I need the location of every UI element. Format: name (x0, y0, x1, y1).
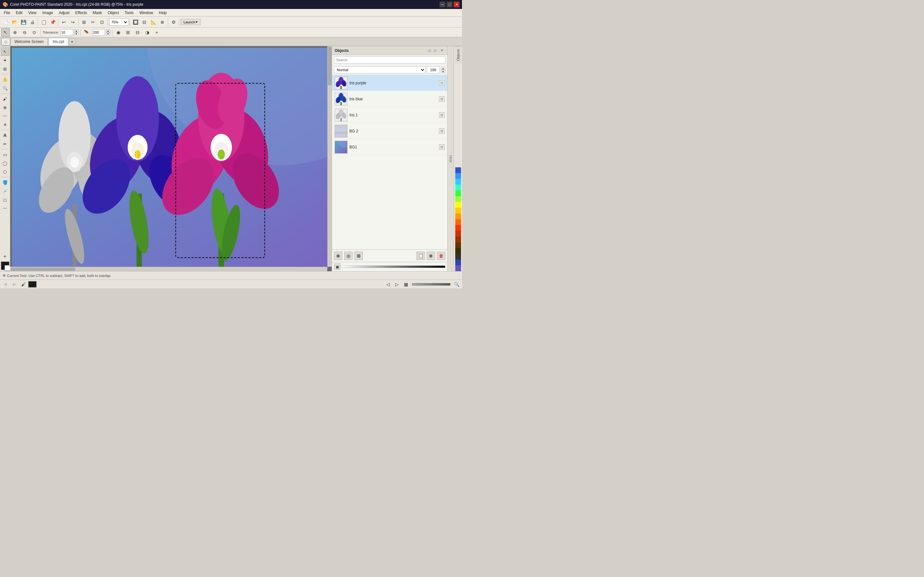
menu-image[interactable]: Image (40, 10, 55, 16)
invert-select-btn[interactable]: ◑ (143, 28, 152, 37)
menu-mask[interactable]: Mask (90, 10, 105, 16)
color-swatch-dark-brown[interactable] (455, 242, 461, 248)
canvas-area[interactable] (10, 46, 332, 271)
tool-mode-subtract[interactable]: ⊖ (21, 28, 29, 37)
tool-clone[interactable]: ⊕ (1, 103, 9, 111)
anti-alias-btn[interactable]: ◉ (114, 28, 123, 37)
paste-button[interactable]: 📌 (48, 18, 57, 26)
remove-mask-button[interactable]: ⊗ (158, 18, 166, 26)
tool-eraser[interactable]: ◻ (1, 195, 9, 204)
panel-expand-button[interactable]: ◁ (426, 48, 432, 53)
add-crosshair-btn[interactable]: + (153, 28, 161, 37)
menu-effects[interactable]: Effects (73, 10, 89, 16)
objects-tab-button[interactable]: Objects (455, 46, 461, 63)
brush-btn[interactable]: 🖌 (19, 280, 27, 288)
color-swatch-green[interactable] (455, 190, 461, 196)
opacity-slider-track[interactable] (342, 266, 445, 268)
object-visibility-iris-blue[interactable]: □ (439, 96, 445, 102)
launch-button[interactable]: Launch ▾ (181, 19, 200, 25)
transform-button[interactable]: ⊞ (80, 18, 88, 26)
new-object-button[interactable]: ⊕ (427, 251, 435, 260)
mask-border-button[interactable]: 📐 (149, 18, 158, 26)
opacity-down-button[interactable]: ▼ (441, 70, 445, 73)
select-none-btn[interactable]: ⊟ (134, 28, 142, 37)
color-swatch-gold[interactable] (455, 208, 461, 213)
back-button[interactable]: ⌂ (1, 38, 10, 45)
color-preview[interactable] (28, 281, 37, 287)
tool-text[interactable]: A (1, 131, 9, 139)
menu-window[interactable]: Window (137, 10, 156, 16)
mask-marquee-button[interactable]: ⊟ (140, 18, 149, 26)
color-swatch-cyan[interactable] (455, 179, 461, 185)
object-visibility-iris-purple[interactable]: □ (439, 80, 445, 86)
tolerance-input[interactable] (60, 29, 73, 35)
bottom-scale-bar[interactable] (412, 283, 451, 285)
close-button[interactable]: ✕ (454, 2, 459, 7)
menu-tools[interactable]: Tools (122, 10, 136, 16)
save-button[interactable]: 💾 (19, 18, 27, 26)
new-tab-button[interactable]: + (69, 39, 75, 45)
canvas-scrollbar-vertical[interactable] (327, 46, 332, 267)
tool-fill[interactable]: 🪣 (1, 178, 9, 187)
color-swatch-yellow[interactable] (455, 202, 461, 208)
foreground-color[interactable] (1, 261, 9, 270)
zoom-select[interactable]: 75% 50% 100% 150% (109, 19, 128, 26)
blend-mode-select[interactable]: Normal Multiply Screen Overlay (334, 66, 425, 73)
tool-smear[interactable]: 〰 (1, 204, 9, 213)
create-object-from-mask-button[interactable]: ⊕ (334, 251, 342, 260)
copy-button[interactable]: 📋 (39, 18, 48, 26)
scroll-thumb-vertical[interactable] (328, 47, 332, 85)
tool-zoom[interactable]: 🔍 (1, 84, 9, 92)
undo-button[interactable]: ↩ (60, 18, 68, 26)
color-swatch-blue[interactable] (455, 167, 461, 173)
redo-button[interactable]: ↪ (69, 18, 77, 26)
color-swatch-red-orange[interactable] (455, 225, 461, 231)
tool-eyedropper[interactable]: 💉 (1, 187, 9, 195)
tool-pen[interactable]: ✏ (1, 140, 9, 148)
color-swatch-dark-gray[interactable] (455, 254, 461, 259)
mask-overlay-button[interactable]: 🔲 (131, 18, 140, 26)
tool-paint[interactable]: 🖌 (1, 95, 9, 103)
color-swatch-lime[interactable] (455, 196, 461, 202)
color-swatch-brown[interactable] (455, 237, 461, 242)
object-item-iris-blue[interactable]: Iris blue □ (332, 91, 447, 107)
color-swatch-dark-orange[interactable] (455, 219, 461, 225)
new-button[interactable]: 📄 (1, 18, 10, 26)
tool-add[interactable]: + (1, 252, 9, 261)
feather-down[interactable]: ▼ (106, 32, 110, 35)
color-swatch-navy[interactable] (455, 259, 461, 266)
zoom-fit-btn[interactable]: 🔍 (452, 280, 461, 288)
color-swatch-red[interactable] (455, 231, 461, 237)
hints-sidebar[interactable]: Hints (447, 46, 454, 271)
feather-up[interactable]: ▲ (106, 29, 110, 32)
tolerance-down[interactable]: ▼ (74, 32, 78, 35)
minimize-button[interactable]: ─ (439, 2, 445, 7)
menu-adjust[interactable]: Adjust (56, 10, 72, 16)
panel-close-button[interactable]: ✕ (439, 48, 445, 53)
color-swatch-teal[interactable] (455, 185, 461, 190)
create-mask-from-object-button[interactable]: ◎ (344, 251, 352, 260)
object-properties-button[interactable]: 📋 (417, 251, 425, 260)
tool-transform[interactable]: ⊞ (1, 65, 9, 73)
tool-mode-overlap[interactable]: ⊙ (30, 28, 39, 37)
color-swatch-purple[interactable] (455, 266, 461, 271)
prev-page-btn[interactable]: ◁ (384, 280, 392, 288)
print-button[interactable]: 🖨 (28, 18, 37, 26)
tool-pan[interactable]: ✋ (1, 75, 9, 84)
maximize-button[interactable]: □ (447, 2, 452, 7)
menu-file[interactable]: File (1, 10, 13, 16)
panel-float-button[interactable]: ▷ (433, 48, 438, 53)
open-button[interactable]: 📂 (10, 18, 19, 26)
color-swatch-dark-olive[interactable] (455, 248, 461, 254)
tolerance-up[interactable]: ▲ (74, 29, 78, 32)
menu-view[interactable]: View (26, 10, 39, 16)
menu-object[interactable]: Object (105, 10, 121, 16)
object-item-bg2[interactable]: BG 2 □ (332, 123, 447, 139)
select-all-btn[interactable]: ⊞ (124, 28, 132, 37)
checker-button[interactable]: ▦ (334, 263, 341, 270)
tool-dodge[interactable]: ☀ (1, 121, 9, 129)
prev-tool-btn[interactable]: ◁ (1, 280, 10, 288)
opacity-input[interactable] (427, 66, 439, 73)
tool-magic-wand[interactable]: ✦ (1, 56, 9, 64)
color-swatch-orange[interactable] (455, 213, 461, 219)
